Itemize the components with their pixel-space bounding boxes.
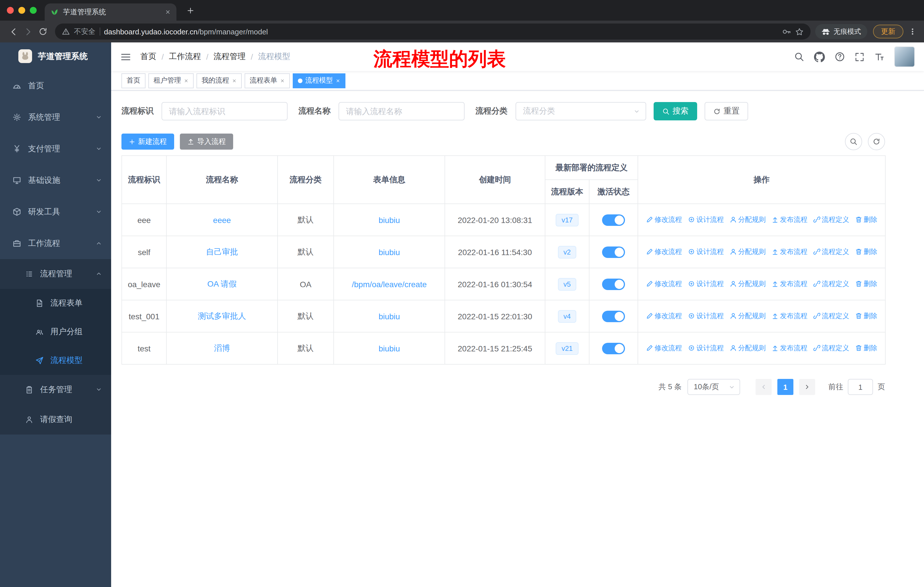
sidebar-item-9[interactable]: 流程模型 xyxy=(0,346,111,375)
action-edit[interactable]: 修改流程 xyxy=(646,343,682,353)
active-status-toggle[interactable] xyxy=(602,342,625,354)
action-definition[interactable]: 流程定义 xyxy=(813,215,849,225)
search-button[interactable]: 搜索 xyxy=(653,102,697,121)
sidebar-item-8[interactable]: 用户分组 xyxy=(0,317,111,346)
help-icon[interactable] xyxy=(835,51,845,62)
action-design[interactable]: 设计流程 xyxy=(688,247,724,257)
sidebar-item-5[interactable]: 工作流程 xyxy=(0,228,111,259)
action-definition[interactable]: 流程定义 xyxy=(813,247,849,257)
active-status-toggle[interactable] xyxy=(602,246,625,258)
github-icon[interactable] xyxy=(814,51,825,62)
sidebar-item-4[interactable]: 研发工具 xyxy=(0,196,111,228)
form-info-link[interactable]: biubiu xyxy=(379,247,400,256)
action-edit[interactable]: 修改流程 xyxy=(646,215,682,225)
process-name-input[interactable] xyxy=(338,102,465,121)
action-definition[interactable]: 流程定义 xyxy=(813,311,849,321)
action-assign[interactable]: 分配规则 xyxy=(729,279,766,289)
action-design[interactable]: 设计流程 xyxy=(688,343,724,353)
page-size-select[interactable]: 10条/页 xyxy=(687,379,740,395)
action-delete[interactable]: 删除 xyxy=(855,311,877,321)
process-id-input[interactable] xyxy=(162,102,287,121)
action-edit[interactable]: 修改流程 xyxy=(646,279,682,289)
breadcrumb-item-2[interactable]: 流程管理 xyxy=(214,51,246,62)
breadcrumb-item-0[interactable]: 首页 xyxy=(140,51,157,62)
sidebar-item-1[interactable]: 系统管理 xyxy=(0,101,111,133)
forward-button[interactable] xyxy=(21,24,36,39)
action-design[interactable]: 设计流程 xyxy=(688,279,724,289)
action-assign[interactable]: 分配规则 xyxy=(729,311,766,321)
active-status-toggle[interactable] xyxy=(602,311,625,322)
tab-close-icon[interactable] xyxy=(165,9,171,15)
form-info-link[interactable]: biubiu xyxy=(379,312,400,321)
process-name-link[interactable]: eeee xyxy=(213,215,231,225)
process-name-link[interactable]: 测试多审批人 xyxy=(198,311,246,320)
search-icon[interactable] xyxy=(794,51,804,62)
form-info-link[interactable]: biubiu xyxy=(379,344,400,353)
new-tab-button[interactable] xyxy=(185,5,196,16)
fullscreen-icon[interactable] xyxy=(855,52,865,62)
create-process-button[interactable]: 新建流程 xyxy=(121,134,174,150)
password-key-icon[interactable] xyxy=(782,27,791,36)
action-assign[interactable]: 分配规则 xyxy=(729,343,766,353)
close-icon[interactable] xyxy=(280,78,285,83)
sidebar-item-0[interactable]: 首页 xyxy=(0,70,111,101)
zoom-window-button[interactable] xyxy=(30,7,37,14)
view-tag-4[interactable]: 流程模型 xyxy=(293,73,345,88)
form-info-link[interactable]: biubiu xyxy=(379,215,400,225)
goto-page-input[interactable] xyxy=(848,379,873,395)
browser-tab[interactable]: 芋道管理系统 xyxy=(45,3,177,21)
browser-menu-icon[interactable] xyxy=(907,24,918,39)
reset-button[interactable]: 重置 xyxy=(705,102,748,121)
action-definition[interactable]: 流程定义 xyxy=(813,279,849,289)
import-process-button[interactable]: 导入流程 xyxy=(180,134,233,150)
user-avatar[interactable] xyxy=(894,46,915,67)
close-icon[interactable] xyxy=(232,78,237,83)
active-status-toggle[interactable] xyxy=(602,214,625,226)
next-page-button[interactable] xyxy=(799,379,815,395)
close-window-button[interactable] xyxy=(7,7,14,14)
process-name-link[interactable]: OA 请假 xyxy=(207,279,237,288)
view-tag-3[interactable]: 流程表单 xyxy=(244,73,290,88)
hamburger-icon[interactable] xyxy=(120,51,131,62)
view-tag-1[interactable]: 租户管理 xyxy=(148,73,194,88)
address-bar[interactable]: 不安全 dashboard.yudao.iocoder.cn/bpm/manag… xyxy=(55,23,810,40)
action-publish[interactable]: 发布流程 xyxy=(771,247,807,257)
prev-page-button[interactable] xyxy=(756,379,772,395)
action-publish[interactable]: 发布流程 xyxy=(771,215,807,225)
close-icon[interactable] xyxy=(184,78,188,83)
action-publish[interactable]: 发布流程 xyxy=(771,279,807,289)
action-edit[interactable]: 修改流程 xyxy=(646,247,682,257)
font-size-icon[interactable] xyxy=(874,51,884,62)
sidebar-item-10[interactable]: 任务管理 xyxy=(0,375,111,405)
process-name-link[interactable]: 自己审批 xyxy=(206,247,238,256)
back-button[interactable] xyxy=(6,24,21,39)
action-assign[interactable]: 分配规则 xyxy=(729,247,766,257)
action-definition[interactable]: 流程定义 xyxy=(813,343,849,353)
action-delete[interactable]: 删除 xyxy=(855,247,877,257)
sidebar-item-7[interactable]: 流程表单 xyxy=(0,289,111,317)
breadcrumb-item-1[interactable]: 工作流程 xyxy=(169,51,201,62)
action-delete[interactable]: 删除 xyxy=(855,215,877,225)
action-publish[interactable]: 发布流程 xyxy=(771,311,807,321)
action-publish[interactable]: 发布流程 xyxy=(771,343,807,353)
action-delete[interactable]: 删除 xyxy=(855,279,877,289)
sidebar-item-2[interactable]: 支付管理 xyxy=(0,133,111,165)
minimize-window-button[interactable] xyxy=(18,7,25,14)
refresh-table-button[interactable] xyxy=(868,133,885,150)
action-design[interactable]: 设计流程 xyxy=(688,215,724,225)
action-assign[interactable]: 分配规则 xyxy=(729,215,766,225)
sidebar-item-11[interactable]: 请假查询 xyxy=(0,405,111,435)
process-name-link[interactable]: 滔博 xyxy=(214,343,230,352)
sidebar-item-6[interactable]: 流程管理 xyxy=(0,259,111,289)
action-delete[interactable]: 删除 xyxy=(855,343,877,353)
reload-button[interactable] xyxy=(36,24,50,39)
form-info-link[interactable]: /bpm/oa/leave/create xyxy=(352,279,427,289)
view-tag-2[interactable]: 我的流程 xyxy=(196,73,242,88)
sidebar-item-3[interactable]: 基础设施 xyxy=(0,165,111,196)
active-status-toggle[interactable] xyxy=(602,278,625,290)
process-category-select[interactable]: 流程分类 xyxy=(516,102,646,121)
toggle-search-button[interactable] xyxy=(845,133,862,150)
bookmark-star-icon[interactable] xyxy=(795,27,804,36)
page-number-button[interactable]: 1 xyxy=(777,379,794,395)
browser-update-button[interactable]: 更新 xyxy=(873,25,903,38)
